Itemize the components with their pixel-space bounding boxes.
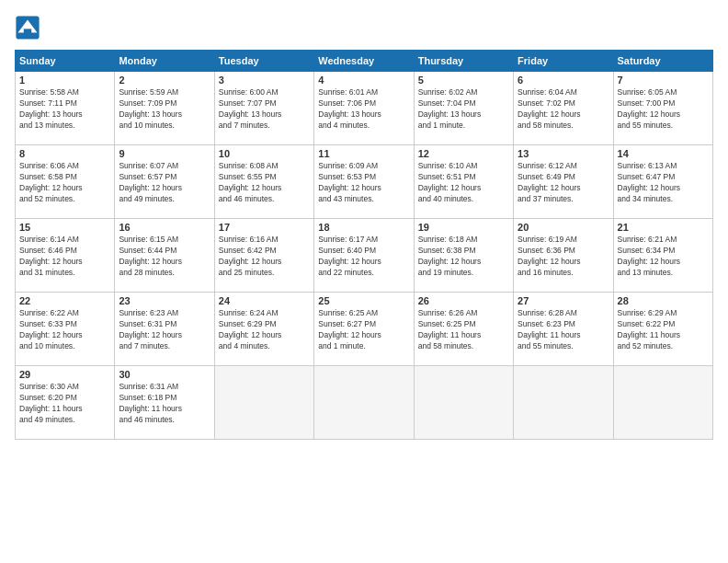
day-info: Sunrise: 6:25 AMSunset: 6:27 PMDaylight:… <box>318 308 409 352</box>
day-number: 15 <box>19 222 110 233</box>
calendar-cell: 21 Sunrise: 6:21 AMSunset: 6:34 PMDaylig… <box>613 219 712 293</box>
day-info: Sunrise: 6:21 AMSunset: 6:34 PMDaylight:… <box>618 235 709 279</box>
calendar-cell: 22 Sunrise: 6:22 AMSunset: 6:33 PMDaylig… <box>16 293 115 366</box>
day-number: 8 <box>19 148 110 159</box>
calendar-cell: 28 Sunrise: 6:29 AMSunset: 6:22 PMDaylig… <box>613 293 712 366</box>
calendar-week-row: 8 Sunrise: 6:06 AMSunset: 6:58 PMDayligh… <box>16 145 713 219</box>
calendar-cell <box>414 366 513 440</box>
day-number: 10 <box>219 148 310 159</box>
calendar-week-row: 22 Sunrise: 6:22 AMSunset: 6:33 PMDaylig… <box>16 293 713 366</box>
day-number: 13 <box>518 148 609 159</box>
calendar-cell: 30 Sunrise: 6:31 AMSunset: 6:18 PMDaylig… <box>115 366 214 440</box>
calendar-table: Sunday Monday Tuesday Wednesday Thursday… <box>15 50 713 440</box>
day-info: Sunrise: 6:09 AMSunset: 6:53 PMDaylight:… <box>318 161 409 205</box>
calendar-cell: 3 Sunrise: 6:00 AMSunset: 7:07 PMDayligh… <box>214 72 313 145</box>
calendar-cell: 23 Sunrise: 6:23 AMSunset: 6:31 PMDaylig… <box>115 293 214 366</box>
calendar-cell: 25 Sunrise: 6:25 AMSunset: 6:27 PMDaylig… <box>314 293 414 366</box>
calendar-cell: 19 Sunrise: 6:18 AMSunset: 6:38 PMDaylig… <box>414 219 513 293</box>
day-number: 1 <box>19 75 110 86</box>
day-info: Sunrise: 5:58 AMSunset: 7:11 PMDaylight:… <box>19 87 110 132</box>
calendar-cell: 15 Sunrise: 6:14 AMSunset: 6:46 PMDaylig… <box>16 219 115 293</box>
day-info: Sunrise: 6:05 AMSunset: 7:00 PMDaylight:… <box>618 87 709 132</box>
day-info: Sunrise: 6:17 AMSunset: 6:40 PMDaylight:… <box>318 235 409 279</box>
day-info: Sunrise: 6:07 AMSunset: 6:57 PMDaylight:… <box>119 161 210 205</box>
day-info: Sunrise: 6:02 AMSunset: 7:04 PMDaylight:… <box>418 87 509 132</box>
logo <box>15 15 44 40</box>
day-info: Sunrise: 6:00 AMSunset: 7:07 PMDaylight:… <box>219 87 310 132</box>
day-number: 19 <box>418 222 509 233</box>
calendar-week-row: 1 Sunrise: 5:58 AMSunset: 7:11 PMDayligh… <box>16 72 713 145</box>
calendar-cell: 27 Sunrise: 6:28 AMSunset: 6:23 PMDaylig… <box>514 293 613 366</box>
calendar-cell: 1 Sunrise: 5:58 AMSunset: 7:11 PMDayligh… <box>16 72 115 145</box>
calendar-cell: 8 Sunrise: 6:06 AMSunset: 6:58 PMDayligh… <box>16 145 115 219</box>
calendar-cell: 26 Sunrise: 6:26 AMSunset: 6:25 PMDaylig… <box>414 293 513 366</box>
day-number: 2 <box>119 75 210 86</box>
calendar-cell: 11 Sunrise: 6:09 AMSunset: 6:53 PMDaylig… <box>314 145 414 219</box>
day-info: Sunrise: 6:10 AMSunset: 6:51 PMDaylight:… <box>418 161 509 205</box>
day-number: 17 <box>219 222 310 233</box>
col-saturday: Saturday <box>613 51 712 72</box>
day-number: 21 <box>618 222 709 233</box>
day-info: Sunrise: 6:06 AMSunset: 6:58 PMDaylight:… <box>19 161 110 205</box>
calendar-cell: 7 Sunrise: 6:05 AMSunset: 7:00 PMDayligh… <box>613 72 712 145</box>
day-number: 7 <box>618 75 709 86</box>
day-number: 30 <box>119 369 210 380</box>
day-number: 12 <box>418 148 509 159</box>
calendar-cell: 12 Sunrise: 6:10 AMSunset: 6:51 PMDaylig… <box>414 145 513 219</box>
day-number: 14 <box>618 148 709 159</box>
day-info: Sunrise: 6:14 AMSunset: 6:46 PMDaylight:… <box>19 235 110 279</box>
header <box>15 15 713 40</box>
day-info: Sunrise: 6:29 AMSunset: 6:22 PMDaylight:… <box>618 308 709 352</box>
day-info: Sunrise: 6:24 AMSunset: 6:29 PMDaylight:… <box>219 308 310 352</box>
calendar-cell: 9 Sunrise: 6:07 AMSunset: 6:57 PMDayligh… <box>115 145 214 219</box>
day-info: Sunrise: 6:15 AMSunset: 6:44 PMDaylight:… <box>119 235 210 279</box>
calendar-header-row: Sunday Monday Tuesday Wednesday Thursday… <box>16 51 713 72</box>
day-number: 3 <box>219 75 310 86</box>
day-number: 22 <box>19 295 110 306</box>
day-info: Sunrise: 6:31 AMSunset: 6:18 PMDaylight:… <box>119 382 210 426</box>
calendar-cell <box>613 366 712 440</box>
calendar-cell: 20 Sunrise: 6:19 AMSunset: 6:36 PMDaylig… <box>514 219 613 293</box>
day-number: 29 <box>19 369 110 380</box>
day-number: 24 <box>219 295 310 306</box>
day-number: 16 <box>119 222 210 233</box>
day-info: Sunrise: 6:08 AMSunset: 6:55 PMDaylight:… <box>219 161 310 205</box>
day-info: Sunrise: 6:01 AMSunset: 7:06 PMDaylight:… <box>318 87 409 132</box>
day-number: 25 <box>318 295 409 306</box>
day-number: 20 <box>518 222 609 233</box>
svg-rect-2 <box>24 29 31 35</box>
day-info: Sunrise: 6:30 AMSunset: 6:20 PMDaylight:… <box>19 382 110 426</box>
day-number: 11 <box>318 148 409 159</box>
calendar-cell: 6 Sunrise: 6:04 AMSunset: 7:02 PMDayligh… <box>514 72 613 145</box>
calendar-week-row: 15 Sunrise: 6:14 AMSunset: 6:46 PMDaylig… <box>16 219 713 293</box>
calendar-cell <box>214 366 313 440</box>
logo-icon <box>15 15 40 40</box>
calendar-cell: 24 Sunrise: 6:24 AMSunset: 6:29 PMDaylig… <box>214 293 313 366</box>
col-tuesday: Tuesday <box>214 51 313 72</box>
day-info: Sunrise: 5:59 AMSunset: 7:09 PMDaylight:… <box>119 87 210 132</box>
day-info: Sunrise: 6:26 AMSunset: 6:25 PMDaylight:… <box>418 308 509 352</box>
day-number: 23 <box>119 295 210 306</box>
day-info: Sunrise: 6:16 AMSunset: 6:42 PMDaylight:… <box>219 235 310 279</box>
calendar-cell <box>514 366 613 440</box>
calendar-cell: 13 Sunrise: 6:12 AMSunset: 6:49 PMDaylig… <box>514 145 613 219</box>
day-info: Sunrise: 6:18 AMSunset: 6:38 PMDaylight:… <box>418 235 509 279</box>
calendar-week-row: 29 Sunrise: 6:30 AMSunset: 6:20 PMDaylig… <box>16 366 713 440</box>
calendar-cell: 29 Sunrise: 6:30 AMSunset: 6:20 PMDaylig… <box>16 366 115 440</box>
calendar-cell: 4 Sunrise: 6:01 AMSunset: 7:06 PMDayligh… <box>314 72 414 145</box>
page-container: Sunday Monday Tuesday Wednesday Thursday… <box>0 0 728 563</box>
day-info: Sunrise: 6:23 AMSunset: 6:31 PMDaylight:… <box>119 308 210 352</box>
calendar-cell: 10 Sunrise: 6:08 AMSunset: 6:55 PMDaylig… <box>214 145 313 219</box>
day-info: Sunrise: 6:19 AMSunset: 6:36 PMDaylight:… <box>518 235 609 279</box>
day-number: 26 <box>418 295 509 306</box>
day-number: 6 <box>518 75 609 86</box>
day-number: 5 <box>418 75 509 86</box>
day-info: Sunrise: 6:22 AMSunset: 6:33 PMDaylight:… <box>19 308 110 352</box>
calendar-cell: 14 Sunrise: 6:13 AMSunset: 6:47 PMDaylig… <box>613 145 712 219</box>
day-info: Sunrise: 6:28 AMSunset: 6:23 PMDaylight:… <box>518 308 609 352</box>
col-thursday: Thursday <box>414 51 513 72</box>
day-number: 9 <box>119 148 210 159</box>
day-number: 28 <box>618 295 709 306</box>
calendar-cell: 17 Sunrise: 6:16 AMSunset: 6:42 PMDaylig… <box>214 219 313 293</box>
day-number: 27 <box>518 295 609 306</box>
